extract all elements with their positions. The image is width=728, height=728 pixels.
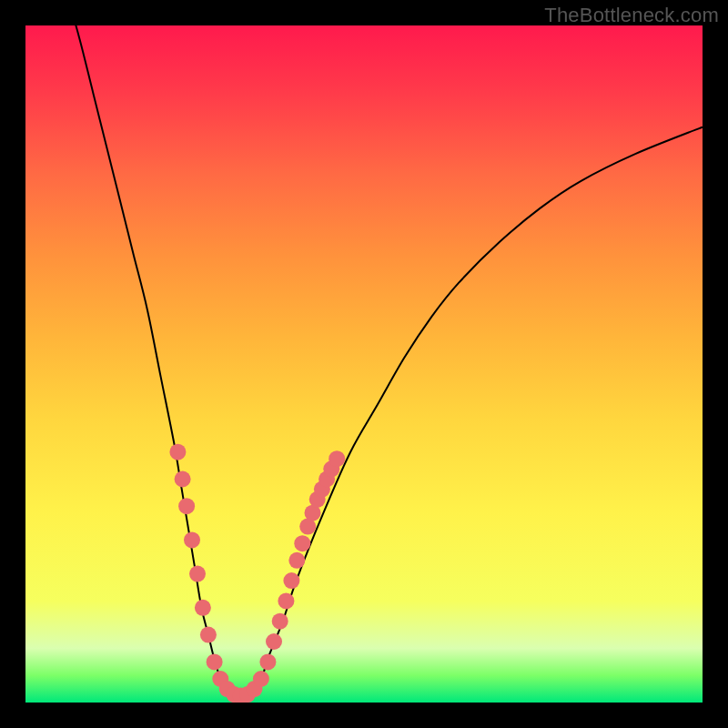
data-dot [272,613,288,630]
data-dots [169,444,345,703]
data-dot [294,535,310,551]
curve-layer [25,25,703,703]
data-dot [200,627,217,643]
data-dot [169,444,186,460]
data-dot [266,633,282,650]
data-dot [329,450,345,467]
v-curve [66,25,703,696]
data-dot [288,552,305,569]
plot-area [25,25,703,703]
data-dot [189,566,206,582]
data-dot [184,531,200,548]
data-dot [259,653,276,670]
data-dot [175,471,191,488]
data-dot [283,572,299,589]
chart-frame: TheBottleneck.com [0,0,728,728]
data-dot [253,671,269,687]
data-dot [178,498,195,514]
attribution-text: TheBottleneck.com [544,4,719,27]
data-dot [207,653,223,670]
data-dot [195,600,211,616]
data-dot [278,592,294,609]
